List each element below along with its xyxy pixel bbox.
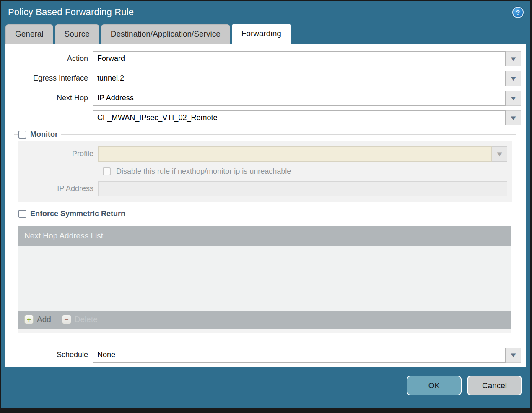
add-icon: + (24, 315, 34, 324)
chevron-down-icon: ▼ (509, 115, 517, 121)
policy-based-forwarding-dialog: Policy Based Forwarding Rule ? General S… (0, 0, 532, 413)
monitor-legend: Monitor (18, 130, 61, 139)
next-hop-label: Next Hop (5, 94, 93, 102)
ok-button[interactable]: OK (407, 376, 462, 395)
monitor-ip-address-input (98, 181, 507, 196)
action-label: Action (5, 54, 93, 63)
monitor-ip-address-label: IP Address (18, 184, 98, 193)
grid-footer: + Add − Delete (18, 311, 511, 329)
schedule-input[interactable] (93, 348, 506, 363)
disable-rule-label: Disable this rule if nexthop/monitor ip … (116, 167, 291, 176)
help-icon[interactable]: ? (512, 7, 524, 18)
cancel-button[interactable]: Cancel (467, 376, 522, 395)
chevron-down-icon: ▼ (509, 55, 517, 62)
tab-destination-application-service[interactable]: Destination/Application/Service (101, 24, 230, 44)
chevron-down-icon: ▼ (509, 352, 517, 358)
dialog-title: Policy Based Forwarding Rule (8, 7, 134, 18)
monitor-fieldset: Monitor Profile ▼ Disable this rule if n… (14, 130, 516, 206)
delete-button: − Delete (62, 315, 98, 324)
grid-scrollbar[interactable] (18, 329, 511, 333)
symmetric-return-legend: Enforce Symmetric Return (18, 209, 129, 218)
delete-icon: − (62, 315, 71, 324)
add-button-label: Add (37, 315, 51, 324)
schedule-label: Schedule (5, 350, 93, 359)
disable-rule-row: Disable this rule if nexthop/monitor ip … (103, 167, 511, 176)
chevron-down-icon: ▼ (495, 151, 503, 157)
schedule-row: Schedule ▼ (5, 348, 521, 363)
symmetric-return-legend-label: Enforce Symmetric Return (30, 209, 125, 218)
add-button[interactable]: + Add (24, 315, 51, 324)
egress-interface-row: Egress Interface ▼ (5, 71, 521, 86)
tab-forwarding[interactable]: Forwarding (232, 24, 291, 44)
profile-label: Profile (18, 149, 98, 158)
schedule-dropdown-button[interactable]: ▼ (506, 348, 521, 363)
grid-body[interactable] (18, 246, 511, 311)
action-input[interactable] (93, 51, 506, 66)
monitor-panel: Profile ▼ Disable this rule if nexthop/m… (18, 141, 512, 202)
tab-general[interactable]: General (5, 24, 53, 44)
action-dropdown-button[interactable]: ▼ (506, 51, 521, 66)
profile-dropdown-button: ▼ (492, 146, 507, 162)
chevron-down-icon: ▼ (509, 75, 517, 81)
symmetric-return-fieldset: Enforce Symmetric Return Next Hop Addres… (14, 209, 516, 338)
chevron-down-icon: ▼ (509, 95, 517, 101)
tab-source[interactable]: Source (55, 24, 99, 44)
forwarding-tab-content: Action ▼ Egress Interface ▼ Next Hop (5, 44, 526, 367)
next-hop-dropdown-button[interactable]: ▼ (506, 91, 521, 106)
next-hop-address-dropdown-button[interactable]: ▼ (506, 110, 521, 125)
symmetric-return-checkbox[interactable] (18, 210, 26, 218)
delete-button-label: Delete (75, 315, 98, 324)
next-hop-type-input[interactable] (93, 91, 506, 106)
next-hop-address-list-grid: Next Hop Address List + Add − Delete (18, 226, 511, 333)
monitor-legend-label: Monitor (30, 130, 58, 139)
egress-interface-label: Egress Interface (5, 74, 93, 83)
next-hop-address-row: ▼ (5, 110, 521, 125)
next-hop-row: Next Hop ▼ (5, 91, 521, 106)
disable-rule-checkbox (103, 167, 111, 175)
egress-interface-input[interactable] (93, 71, 506, 86)
profile-row: Profile ▼ (18, 146, 511, 162)
monitor-checkbox[interactable] (18, 131, 26, 139)
profile-input (98, 146, 492, 162)
action-row: Action ▼ (5, 51, 521, 66)
egress-interface-dropdown-button[interactable]: ▼ (506, 71, 521, 86)
dialog-footer: OK Cancel (1, 367, 530, 408)
next-hop-address-input[interactable] (93, 110, 506, 125)
grid-header[interactable]: Next Hop Address List (18, 226, 511, 246)
grid-header-label: Next Hop Address List (24, 231, 103, 240)
title-bar: Policy Based Forwarding Rule ? (1, 1, 530, 24)
tab-bar: General Source Destination/Application/S… (1, 24, 530, 44)
monitor-ip-address-row: IP Address (18, 181, 511, 196)
